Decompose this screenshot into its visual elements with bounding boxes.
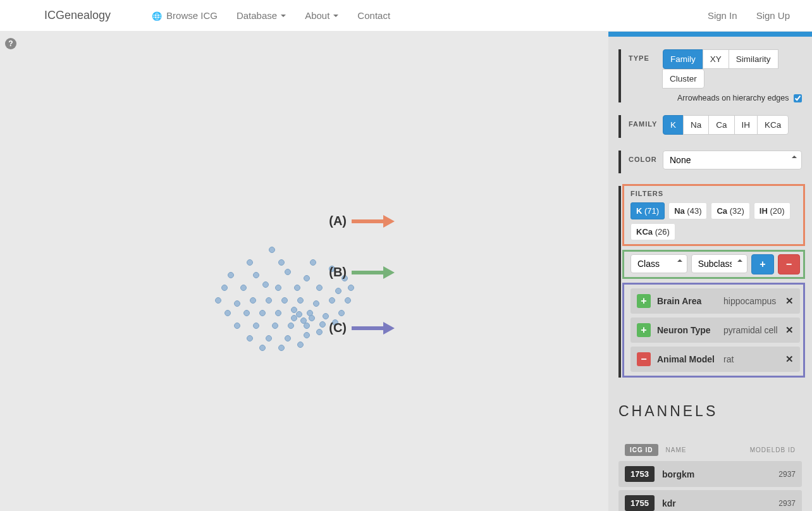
graph-node[interactable]	[247, 259, 253, 266]
graph-node[interactable]	[234, 323, 240, 329]
graph-node[interactable]	[269, 247, 275, 253]
graph-node[interactable]	[262, 281, 269, 288]
nav-contact[interactable]: Contact	[348, 1, 400, 30]
type-btn-similarity[interactable]: Similarity	[729, 49, 778, 69]
arrowheads-checkbox[interactable]	[794, 94, 802, 102]
graph-node[interactable]	[297, 297, 304, 304]
filter-chip-ih[interactable]: IH (20)	[754, 202, 790, 219]
graph-node[interactable]	[319, 321, 326, 328]
remove-filter-icon[interactable]: ✕	[785, 295, 794, 307]
graph-node[interactable]	[215, 297, 221, 304]
annotation-b: (B)	[329, 265, 395, 280]
annotation-c: (C)	[329, 321, 395, 335]
channel-row[interactable]: 1753borgkm2937	[618, 461, 802, 487]
graph-node[interactable]	[294, 285, 300, 291]
remove-filter-icon[interactable]: ✕	[785, 324, 794, 336]
navbar-brand[interactable]: ICGenealogy	[13, 9, 142, 22]
graph-node[interactable]	[253, 323, 259, 329]
family-btn-ca[interactable]: Ca	[708, 115, 734, 135]
type-btn-xy[interactable]: XY	[703, 49, 729, 69]
family-btn-na[interactable]: Na	[683, 115, 709, 135]
graph-node[interactable]	[316, 329, 323, 335]
graph-node[interactable]	[304, 332, 310, 338]
family-btn-ih[interactable]: IH	[734, 115, 758, 135]
add-filter-button[interactable]: +	[751, 254, 773, 274]
graph-node[interactable]	[278, 345, 285, 351]
graph-node[interactable]	[225, 310, 231, 316]
nav-browse[interactable]: Browse ICG	[142, 1, 227, 30]
subclass-select[interactable]: Subclass	[691, 254, 748, 273]
channels-header: ICG ID NAME MODELDB ID	[618, 439, 802, 461]
graph-node[interactable]	[272, 323, 278, 329]
filter-chip-ca[interactable]: Ca (32)	[711, 202, 749, 219]
graph-node[interactable]	[297, 342, 304, 348]
remove-filter-button[interactable]: −	[778, 254, 800, 274]
graph-canvas[interactable]: ? (A) (B) (C)	[0, 32, 608, 511]
applied-filter: +Brain Areahippocampus✕	[631, 288, 800, 314]
filter-class: Animal Model	[657, 354, 717, 364]
graph-node[interactable]	[259, 345, 266, 351]
graph-node[interactable]	[304, 275, 310, 281]
filter-chip-na[interactable]: Na (43)	[668, 202, 707, 219]
help-icon[interactable]: ?	[5, 38, 16, 49]
graph-node[interactable]	[253, 272, 259, 278]
graph-node[interactable]	[221, 285, 228, 291]
filter-value: rat	[723, 354, 779, 364]
graph-node[interactable]	[281, 297, 288, 304]
graph-node[interactable]	[309, 315, 315, 321]
sidebar: TYPE FamilyXYSimilarityCluster Arrowhead…	[608, 32, 812, 511]
filter-value: hippocampus	[723, 296, 779, 306]
graph-node[interactable]	[275, 285, 281, 291]
type-btn-cluster[interactable]: Cluster	[662, 69, 704, 89]
graph-node[interactable]	[288, 323, 294, 329]
type-btn-family[interactable]: Family	[663, 49, 703, 69]
channel-row[interactable]: 1755kdr2937	[618, 490, 802, 511]
graph-node[interactable]	[335, 288, 341, 294]
graph-node[interactable]	[338, 310, 345, 316]
color-select[interactable]: None	[663, 151, 802, 169]
graph-node[interactable]	[323, 313, 329, 319]
graph-node[interactable]	[329, 297, 335, 304]
graph-node[interactable]	[285, 335, 291, 342]
nav-about[interactable]: About	[295, 1, 348, 30]
family-btn-k[interactable]: K	[663, 115, 684, 135]
graph-node[interactable]	[285, 269, 291, 275]
channel-modeldb-id: 2937	[778, 470, 796, 479]
filter-class: Neuron Type	[657, 325, 717, 335]
graph-node[interactable]	[247, 335, 253, 342]
filter-chip-kca[interactable]: KCa (26)	[631, 223, 675, 240]
graph-node[interactable]	[243, 310, 250, 316]
filter-chip-k[interactable]: K (71)	[631, 202, 665, 219]
graph-node[interactable]	[275, 310, 281, 316]
filter-class: Brain Area	[657, 296, 717, 306]
graph-node[interactable]	[228, 272, 234, 278]
graph-node[interactable]	[278, 259, 285, 266]
graph-node[interactable]	[240, 285, 247, 291]
filter-value: pyramidal cell	[723, 325, 779, 335]
nav-signin[interactable]: Sign In	[698, 1, 747, 30]
header-icg-id[interactable]: ICG ID	[625, 444, 658, 456]
class-select[interactable]: Class	[631, 254, 687, 273]
graph-node[interactable]	[266, 297, 272, 304]
graph-node[interactable]	[345, 297, 351, 304]
remove-filter-icon[interactable]: ✕	[785, 354, 794, 365]
graph-node[interactable]	[259, 310, 266, 316]
graph-node[interactable]	[234, 300, 240, 307]
navbar: ICGenealogy Browse ICG Database About Co…	[0, 0, 812, 32]
graph-node[interactable]	[266, 335, 272, 342]
graph-node[interactable]	[316, 285, 323, 291]
graph-node[interactable]	[313, 300, 319, 307]
channel-modeldb-id: 2937	[778, 499, 796, 508]
graph-node[interactable]	[250, 297, 256, 304]
nav-database[interactable]: Database	[227, 1, 295, 30]
channel-name: kdr	[662, 498, 771, 508]
graph-node[interactable]	[300, 317, 307, 324]
graph-node[interactable]	[296, 311, 302, 317]
family-btn-kca[interactable]: KCa	[757, 115, 789, 135]
arrowheads-checkbox-row: Arrowheads on hierarchy edges	[663, 94, 802, 102]
graph-node[interactable]	[348, 285, 354, 291]
type-control: TYPE FamilyXYSimilarityCluster Arrowhead…	[618, 49, 802, 102]
channel-id: 1753	[625, 466, 655, 482]
graph-node[interactable]	[310, 259, 316, 266]
nav-signup[interactable]: Sign Up	[747, 1, 799, 30]
